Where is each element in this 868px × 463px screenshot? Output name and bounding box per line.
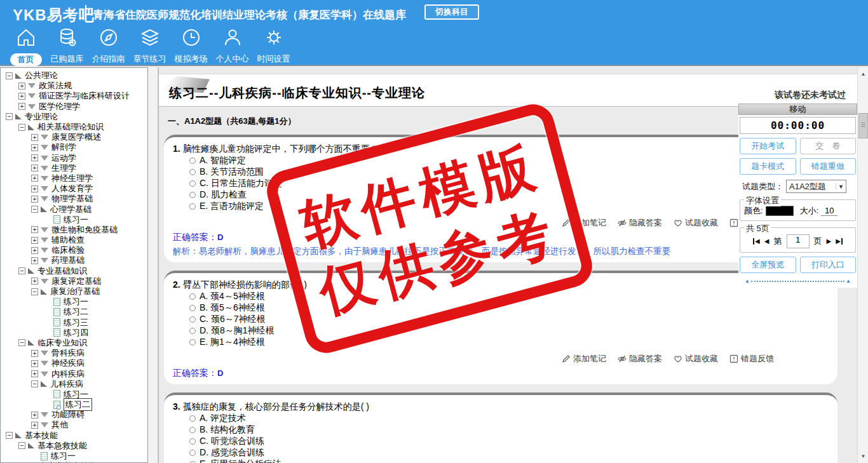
- radio-button[interactable]: [189, 203, 196, 210]
- nav-item-mock-exam[interactable]: 模拟考场: [170, 27, 212, 66]
- sidebar-splitter[interactable]: [148, 67, 158, 463]
- collect-question-link[interactable]: 试题收藏: [674, 353, 718, 365]
- vertical-scrollbar[interactable]: ▲ ▼: [857, 67, 868, 463]
- tree-node[interactable]: 康复评定基础: [1, 276, 147, 286]
- tree-node[interactable]: 练习四: [1, 328, 147, 338]
- tree-node[interactable]: 运动学: [1, 153, 147, 163]
- nav-item-purchased-banks[interactable]: 已购题库: [46, 27, 88, 66]
- answer-option[interactable]: A. 评定技术: [189, 413, 837, 424]
- tree-node[interactable]: 骨科疾病: [1, 348, 147, 358]
- radio-button[interactable]: [189, 427, 196, 433]
- tree-node[interactable]: 生理学: [1, 163, 147, 173]
- tree-node[interactable]: 练习二: [1, 399, 147, 410]
- tree-expander-icon[interactable]: [6, 72, 13, 79]
- answer-card-mode-button[interactable]: 题卡模式: [740, 158, 796, 175]
- scroll-up-arrow[interactable]: ▲: [858, 69, 868, 79]
- panel-drag-handle[interactable]: 移动: [738, 104, 857, 115]
- page-number-input[interactable]: 1: [787, 234, 810, 248]
- tree-expander-icon[interactable]: [31, 422, 38, 429]
- tree-node[interactable]: 公共理论: [1, 70, 147, 81]
- answer-option[interactable]: C. 颈6～7神经根: [189, 314, 837, 325]
- tree-node[interactable]: 基本技能: [1, 431, 147, 441]
- tree-expander-icon[interactable]: [31, 196, 38, 203]
- tree-node[interactable]: 物理学基础: [1, 194, 147, 204]
- tree-expander-icon[interactable]: [31, 144, 38, 151]
- scrollbar-thumb[interactable]: [858, 113, 868, 138]
- radio-button[interactable]: [189, 415, 196, 422]
- last-page-button[interactable]: ▶: [836, 238, 843, 245]
- tree-node[interactable]: 神经生理学: [1, 173, 147, 184]
- radio-button[interactable]: [189, 169, 196, 175]
- tree-node-label[interactable]: 本专业基本技能: [39, 460, 97, 463]
- next-page-button[interactable]: ▶: [827, 238, 832, 245]
- radio-button[interactable]: [189, 305, 196, 311]
- tree-node[interactable]: 练习一: [1, 215, 147, 225]
- answer-option[interactable]: A. 颈4～5神经根: [189, 291, 837, 302]
- tree-node[interactable]: 微生物和免疫基础: [1, 225, 147, 235]
- tree-node[interactable]: 心理学基础: [1, 204, 147, 214]
- print-entry-button[interactable]: 打印入口: [800, 257, 857, 273]
- fullscreen-preview-button[interactable]: 全屏预览: [740, 257, 796, 273]
- tree-node[interactable]: 临床检验: [1, 245, 147, 255]
- tree-node[interactable]: 医学伦理学: [1, 102, 147, 112]
- radio-button[interactable]: [189, 180, 196, 187]
- nav-item-chapter-practice[interactable]: 章节练习: [129, 27, 170, 66]
- radio-button[interactable]: [189, 293, 196, 300]
- tree-node[interactable]: 练习一: [1, 297, 147, 307]
- tree-node[interactable]: 神经疾病: [1, 358, 147, 368]
- tree-node[interactable]: 康复医学概述: [1, 132, 147, 142]
- tree-expander-icon[interactable]: [18, 124, 25, 131]
- panel-collapse-handle[interactable]: ▲ ▲: [743, 278, 852, 284]
- tree-expander-icon[interactable]: [31, 350, 38, 357]
- tree-node[interactable]: 功能障碍: [1, 410, 147, 420]
- add-note-link[interactable]: 添加笔记: [562, 217, 606, 229]
- tree-node[interactable]: 人体发育学: [1, 184, 147, 194]
- tree-expander-icon[interactable]: [6, 432, 13, 439]
- tree-node[interactable]: 练习二: [1, 307, 147, 317]
- switch-subject-button[interactable]: 切换科目: [424, 4, 479, 20]
- tree-node[interactable]: 专业理论: [1, 112, 147, 122]
- tree-expander-icon[interactable]: [31, 380, 38, 387]
- hide-answer-link[interactable]: 隐藏答案: [618, 353, 662, 365]
- tree-expander-icon[interactable]: [18, 93, 25, 100]
- answer-option[interactable]: C. 听觉综合训练: [189, 436, 837, 447]
- first-page-button[interactable]: ◀: [753, 238, 760, 245]
- answer-option[interactable]: E. 胸1～4神经根: [189, 337, 837, 348]
- radio-button[interactable]: [189, 339, 196, 346]
- tree-expander-icon[interactable]: [31, 185, 38, 192]
- redo-wrong-button[interactable]: 错题重做: [800, 158, 857, 175]
- tree-expander-icon[interactable]: [31, 370, 38, 377]
- hide-answer-link[interactable]: 隐藏答案: [618, 217, 662, 229]
- prev-page-button[interactable]: ◀: [764, 238, 770, 245]
- answer-option[interactable]: D. 感觉综合训练: [189, 447, 837, 459]
- tree-expander-icon[interactable]: [31, 206, 38, 213]
- tree-expander-icon[interactable]: [18, 339, 25, 346]
- tree-expander-icon[interactable]: [31, 226, 38, 233]
- nav-item-personal-center[interactable]: 个人中心: [212, 27, 253, 66]
- nav-item-time-settings[interactable]: 时间设置: [253, 27, 294, 66]
- tree-expander-icon[interactable]: [31, 134, 38, 141]
- tree-expander-icon[interactable]: [6, 113, 13, 120]
- submit-paper-button[interactable]: 交 卷: [800, 138, 857, 154]
- tree-expander-icon[interactable]: [31, 237, 38, 244]
- tree-node[interactable]: 内科疾病: [1, 368, 147, 379]
- tree-expander-icon[interactable]: [18, 442, 25, 449]
- tree-node[interactable]: 基本急救技能: [1, 441, 147, 451]
- tree-node[interactable]: 练习一: [1, 451, 147, 461]
- scroll-down-arrow[interactable]: ▼: [858, 451, 868, 462]
- tree-node[interactable]: 临床专业知识: [1, 338, 147, 348]
- tree-expander-icon[interactable]: [31, 257, 38, 264]
- start-exam-button[interactable]: 开始考试: [740, 138, 796, 154]
- tree-expander-icon[interactable]: [31, 360, 38, 367]
- tree-node[interactable]: 解剖学: [1, 142, 147, 152]
- tree-node[interactable]: 辅助检查: [1, 235, 147, 245]
- tree-expander-icon[interactable]: [18, 83, 25, 90]
- answer-option[interactable]: E. 应用行为分析疗法: [189, 459, 837, 463]
- tree-node[interactable]: 练习三: [1, 318, 147, 328]
- tree-node[interactable]: 儿科疾病: [1, 379, 147, 389]
- tree-expander-icon[interactable]: [31, 164, 38, 171]
- tree-node[interactable]: 其他: [1, 420, 147, 430]
- radio-button[interactable]: [189, 158, 196, 164]
- radio-button[interactable]: [189, 438, 196, 445]
- tree-expander-icon[interactable]: [31, 175, 38, 182]
